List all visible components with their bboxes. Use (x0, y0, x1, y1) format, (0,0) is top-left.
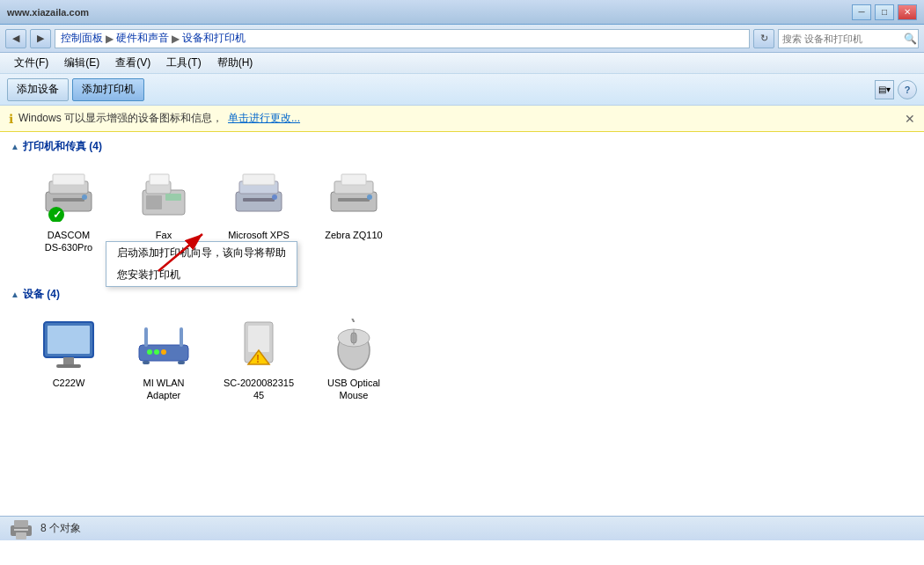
svg-point-29 (147, 349, 152, 355)
search-icon: 🔍 (904, 33, 917, 45)
toolbar-right: ▤▾ ? (875, 80, 917, 99)
sc-name: SC-202008231545 (224, 377, 294, 402)
breadcrumb-item-0[interactable]: 控制面板 (61, 31, 103, 46)
devices-grid: C222W (11, 311, 913, 408)
zebra-name: Zebra ZQ110 (325, 229, 382, 241)
c222w-name: C222W (53, 377, 85, 389)
svg-point-16 (272, 194, 277, 200)
svg-rect-23 (48, 326, 90, 354)
miwlan-name: MI WLANAdapter (143, 377, 184, 402)
dascom-icon: ✓ (40, 169, 97, 225)
devices-section-header[interactable]: ▲ 设备 (4) (11, 287, 913, 302)
svg-rect-20 (338, 198, 370, 202)
svg-rect-14 (243, 174, 275, 185)
svg-point-4 (82, 194, 87, 200)
device-item-zebra[interactable]: Zebra ZQ110 (310, 163, 398, 273)
svg-rect-47 (16, 532, 26, 539)
search-box: 🔍 (778, 29, 919, 48)
device-item-c222w[interactable]: C222W (25, 311, 113, 408)
breadcrumb-sep-1: ▶ (172, 33, 180, 45)
svg-text:✓: ✓ (53, 209, 62, 221)
svg-rect-32 (143, 361, 150, 364)
add-printer-button[interactable]: 添加打印机 (72, 78, 144, 101)
c222w-icon (40, 317, 97, 373)
title-bar: www.xiazaila.com ─ □ ✕ (0, 0, 924, 25)
menu-bar: 文件(F) 编辑(E) 查看(V) 工具(T) 帮助(H) (0, 53, 924, 74)
dascom-name: DASCOMDS-630Pro (45, 229, 92, 254)
svg-rect-15 (243, 198, 275, 202)
printers-collapse-icon: ▲ (11, 142, 19, 151)
maximize-button[interactable]: □ (875, 4, 894, 20)
device-item-mouse[interactable]: USB OpticalMouse (310, 311, 398, 408)
svg-rect-2 (53, 174, 84, 185)
breadcrumb-item-2[interactable]: 设备和打印机 (182, 31, 246, 46)
toolbar: 添加设备 添加打印机 ▤▾ ? (0, 74, 924, 106)
status-bar: 8 个对象 (0, 516, 924, 540)
back-button[interactable]: ◀ (5, 29, 26, 48)
svg-rect-3 (53, 198, 84, 202)
devices-section-title: 设备 (4) (23, 287, 60, 302)
info-close-button[interactable]: ✕ (905, 112, 915, 126)
svg-line-43 (158, 234, 202, 271)
device-item-miwlan[interactable]: MI WLANAdapter (120, 311, 208, 408)
mouse-icon (326, 317, 382, 373)
printers-section-header[interactable]: ▲ 打印机和传真 (4) (11, 139, 913, 154)
svg-text:!: ! (256, 353, 260, 365)
svg-rect-24 (63, 357, 74, 364)
svg-rect-19 (341, 174, 366, 185)
xps-icon (231, 169, 287, 225)
address-bar: ◀ ▶ 控制面板 ▶ 硬件和声音 ▶ 设备和打印机 ↻ 🔍 (0, 25, 924, 53)
minimize-button[interactable]: ─ (852, 4, 871, 20)
main-area: ▲ 打印机和传真 (4) (0, 132, 924, 540)
menu-file[interactable]: 文件(F) (7, 54, 55, 72)
svg-rect-10 (146, 195, 162, 209)
miwlan-icon (136, 317, 192, 373)
close-button[interactable]: ✕ (898, 4, 917, 20)
svg-rect-28 (180, 327, 183, 347)
site-url: www.xiazaila.com (7, 7, 89, 18)
fax-icon (136, 169, 192, 225)
svg-rect-25 (56, 364, 81, 368)
sc-icon: ! (231, 317, 287, 373)
forward-button[interactable]: ▶ (30, 29, 51, 48)
printers-section-title: 打印机和传真 (4) (23, 139, 102, 154)
svg-rect-46 (14, 529, 28, 531)
zebra-icon (326, 169, 382, 225)
svg-rect-33 (178, 361, 185, 364)
info-text: Windows 可以显示增强的设备图标和信息， (18, 111, 223, 126)
device-item-sc[interactable]: ! SC-202008231545 (215, 311, 303, 408)
breadcrumb-sep-0: ▶ (106, 33, 114, 45)
info-link[interactable]: 单击进行更改... (228, 111, 300, 126)
status-printer-icon (9, 517, 33, 541)
svg-rect-9 (150, 174, 169, 185)
svg-rect-35 (248, 326, 269, 352)
svg-point-30 (154, 349, 159, 355)
content-area: ▲ 打印机和传真 (4) (0, 132, 924, 540)
refresh-button[interactable]: ↻ (753, 29, 774, 48)
menu-tools[interactable]: 工具(T) (159, 54, 208, 72)
help-button[interactable]: ? (898, 80, 917, 99)
svg-point-21 (367, 194, 372, 200)
mouse-name: USB OpticalMouse (327, 377, 380, 402)
svg-rect-11 (165, 194, 181, 201)
search-input[interactable] (782, 33, 904, 44)
window-controls: ─ □ ✕ (852, 4, 917, 20)
view-toggle-button[interactable]: ▤▾ (875, 80, 894, 99)
menu-view[interactable]: 查看(V) (108, 54, 158, 72)
svg-rect-45 (14, 520, 28, 527)
arrow-pointer (150, 227, 220, 280)
info-icon: ℹ (9, 112, 13, 126)
devices-collapse-icon: ▲ (11, 290, 19, 299)
status-count: 8 个对象 (40, 521, 81, 536)
breadcrumb[interactable]: 控制面板 ▶ 硬件和声音 ▶ 设备和打印机 (55, 29, 750, 48)
device-item-dascom[interactable]: ✓ DASCOMDS-630Pro (25, 163, 113, 273)
menu-help[interactable]: 帮助(H) (210, 54, 260, 72)
info-bar: ℹ Windows 可以显示增强的设备图标和信息， 单击进行更改... ✕ (0, 106, 924, 132)
add-device-button[interactable]: 添加设备 (7, 78, 69, 101)
svg-rect-27 (144, 327, 148, 347)
svg-point-31 (161, 349, 166, 355)
menu-edit[interactable]: 编辑(E) (57, 54, 106, 72)
breadcrumb-item-1[interactable]: 硬件和声音 (116, 31, 169, 46)
